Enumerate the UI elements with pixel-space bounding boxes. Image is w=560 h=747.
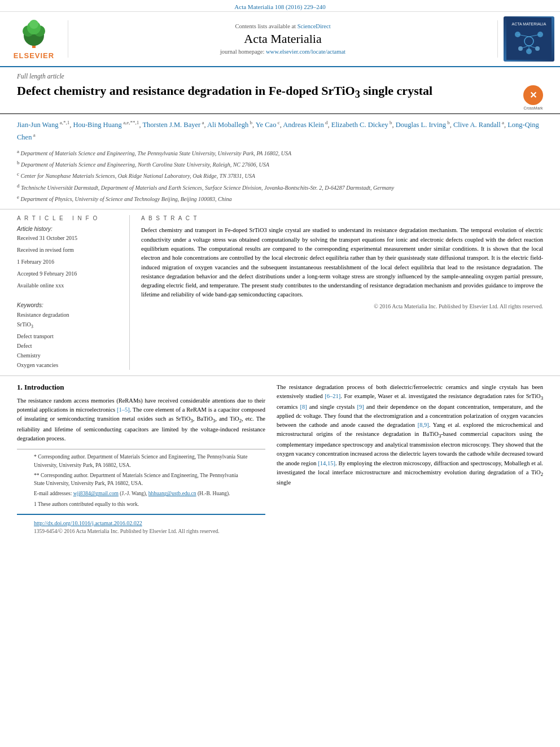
introduction-section: 1. Introduction The resistance random ac… — [0, 376, 560, 536]
keyword-2: SrTiO3 — [17, 320, 118, 331]
ref-link-9[interactable]: [9] — [357, 404, 364, 410]
ref-link-8-9[interactable]: [8,9] — [418, 422, 429, 428]
journal-thumbnail: ACTA MATERIALIA — [504, 16, 554, 62]
doi-link[interactable]: http://dx.doi.org/10.1016/j.actamat.2016… — [34, 520, 142, 526]
keyword-6: Oxygen vacancies — [17, 360, 118, 370]
sciencedirect-line: Contents lists available at ScienceDirec… — [80, 23, 486, 29]
affiliation-e: e Department of Physics, University of S… — [17, 193, 543, 204]
affiliation-d: d Technische Universität Darmstadt, Depa… — [17, 182, 543, 193]
svg-text:ACTA MATERIALIA: ACTA MATERIALIA — [512, 22, 546, 26]
elsevier-label: ELSEVIER — [14, 51, 54, 60]
journal-header: ELSEVIER Contents lists available at Sci… — [0, 12, 560, 67]
abstract-text: Defect chemistry and transport in Fe-dop… — [141, 226, 543, 299]
history-title: Article history: — [17, 226, 118, 232]
elsevier-tree-icon — [17, 19, 51, 50]
homepage-link[interactable]: www.elsevier.com/locate/actamat — [266, 49, 345, 55]
issn-line: 1359-6454/© 2016 Acta Materialia Inc. Pu… — [34, 528, 248, 534]
ref-link-8[interactable]: [8] — [300, 404, 307, 410]
article-info-title: A R T I C L E I N F O — [17, 215, 118, 221]
article-title-row: Defect chemistry and resistance degradat… — [17, 83, 543, 110]
article-header: Full length article Defect chemistry and… — [0, 67, 560, 114]
keyword-1: Resistance degradation — [17, 310, 118, 320]
intro-left-column: 1. Introduction The resistance random ac… — [17, 383, 277, 536]
footnote-star2: ** Corresponding author. Department of M… — [34, 471, 248, 488]
article-info-column: A R T I C L E I N F O Article history: R… — [17, 215, 130, 369]
revised-date: 1 February 2016 — [17, 257, 118, 266]
affiliation-a: a Department of Materials Science and En… — [17, 147, 543, 158]
crossmark-icon: ✕ — [523, 85, 543, 105]
intro-right-column: The resistance degradation process of bo… — [277, 383, 543, 536]
abstract-title: A B S T R A C T — [141, 215, 543, 221]
authors-list: Jian-Jun Wang a,*,1, Hou-Bing Huang a,e,… — [17, 119, 543, 144]
journal-info-center: Contents lists available at ScienceDirec… — [68, 20, 498, 58]
crossmark-badge[interactable]: ✕ CrossMark — [523, 85, 543, 110]
copyright-line: © 2016 Acta Materialia Inc. Published by… — [141, 303, 543, 309]
keyword-4: Defect — [17, 341, 118, 351]
thumb-inner: ACTA MATERIALIA — [506, 18, 552, 61]
email-link-wang[interactable]: wjj8384@gmail.com — [73, 491, 119, 496]
footnote-contrib: 1 These authors contributed equally to t… — [34, 500, 248, 508]
journal-title: Acta Materialia — [80, 32, 486, 46]
keyword-3: Defect transport — [17, 331, 118, 341]
crossmark-label: CrossMark — [523, 106, 543, 110]
affiliation-c: c Center for Nanophase Materials Science… — [17, 170, 543, 181]
journal-reference-bar: Acta Materialia 108 (2016) 229–240 — [0, 0, 560, 12]
journal-ref-text: Acta Materialia 108 (2016) 229–240 — [234, 3, 325, 10]
keywords-title: Keywords: — [17, 302, 118, 308]
authors-section: Jian-Jun Wang a,*,1, Hou-Bing Huang a,e,… — [0, 114, 560, 209]
intro-right-para1: The resistance degradation process of bo… — [277, 383, 543, 488]
elsevier-logo: ELSEVIER — [6, 19, 62, 60]
article-type-label: Full length article — [17, 73, 543, 80]
ref-link-14-15[interactable]: [14,15] — [318, 460, 335, 466]
intro-left-para1: The resistance random access memories (R… — [17, 396, 265, 444]
received-date: Received 31 October 2015 — [17, 234, 118, 242]
doi-section: http://dx.doi.org/10.1016/j.actamat.2016… — [17, 514, 265, 536]
section-heading: 1. Introduction — [17, 383, 265, 392]
affiliation-b: b Department of Materials Science and En… — [17, 159, 543, 169]
ref-link-6-21[interactable]: [6–21] — [325, 393, 340, 399]
footnote-section: * Corresponding author. Department of Ma… — [17, 449, 265, 514]
affiliations: a Department of Materials Science and En… — [17, 147, 543, 204]
keywords-list: Resistance degradation SrTiO3 Defect tra… — [17, 310, 118, 369]
footnote-star1: * Corresponding author. Department of Ma… — [34, 453, 248, 469]
journal-homepage: journal homepage: www.elsevier.com/locat… — [80, 49, 486, 55]
revised-label: Received in revised form — [17, 246, 118, 254]
article-info-abstract-section: A R T I C L E I N F O Article history: R… — [0, 209, 560, 375]
sciencedirect-link[interactable]: ScienceDirect — [298, 23, 331, 29]
footnote-email: E-mail addresses: wjj8384@gmail.com (J.-… — [34, 490, 248, 497]
email-link-huang[interactable]: hhhuang@ustb.edu.cn — [148, 491, 196, 496]
article-title: Defect chemistry and resistance degradat… — [17, 83, 518, 102]
online-date: Available online xxx — [17, 281, 118, 290]
ref-link-1-5[interactable]: [1–5] — [117, 407, 130, 413]
keyword-5: Chemistry — [17, 351, 118, 360]
abstract-column: A B S T R A C T Defect chemistry and tra… — [130, 215, 543, 369]
svg-point-5 — [29, 20, 38, 29]
accepted-date: Accepted 9 February 2016 — [17, 269, 118, 278]
